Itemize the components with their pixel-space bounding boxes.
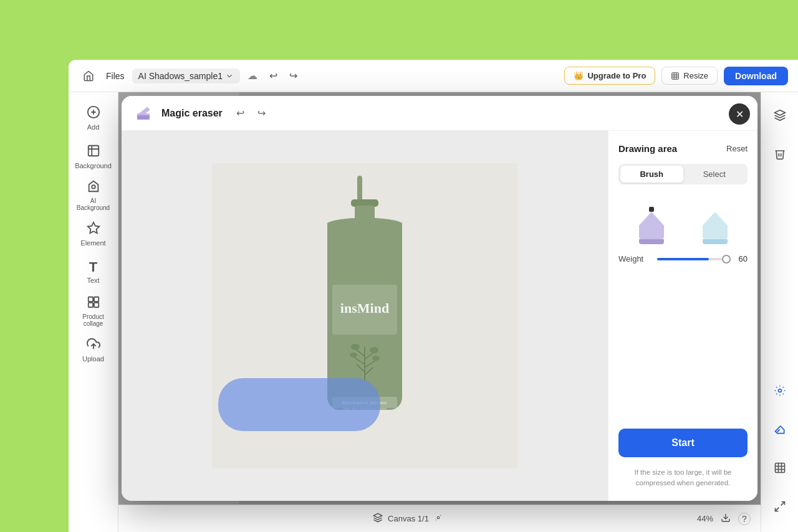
eraser-foot <box>639 239 664 244</box>
eraser-badge-icon <box>134 104 153 123</box>
modal-undo-redo: ↩ ↪ <box>231 104 271 123</box>
background-icon <box>87 144 100 159</box>
upgrade-label: Upgrade to Pro <box>587 71 646 80</box>
svg-rect-22 <box>357 176 362 201</box>
right-tool-layers[interactable] <box>766 100 794 133</box>
weight-label: Weight <box>618 254 651 264</box>
modal-redo-button[interactable]: ↪ <box>252 104 271 123</box>
eraser-top <box>649 207 654 212</box>
layers-icon <box>774 109 786 125</box>
weight-slider[interactable] <box>657 258 726 260</box>
sidebar-item-element[interactable]: Element <box>74 216 113 252</box>
right-tool-expand[interactable] <box>766 491 794 525</box>
weight-slider-thumb <box>722 255 731 264</box>
app-window: Files AI Shadows_sample1 ☁ ↩ ↪ 👑 Upgrade… <box>69 60 798 532</box>
svg-point-5 <box>92 185 95 189</box>
canvas-settings-icon[interactable] <box>434 513 443 524</box>
cloud-icon: ☁ <box>248 70 257 82</box>
element-icon <box>87 221 100 237</box>
undo-button[interactable]: ↩ <box>265 67 282 85</box>
sidebar-element-label: Element <box>80 239 105 247</box>
upload-icon <box>87 337 100 353</box>
text-icon: T <box>89 260 97 274</box>
sidebar-ai-background-label: AI Background <box>74 197 113 211</box>
canvas-label: Canvas 1/1 <box>388 514 429 523</box>
upgrade-button[interactable]: 👑 Upgrade to Pro <box>564 67 655 85</box>
right-tool-magic-eraser[interactable] <box>766 414 794 447</box>
sidebar-upload-label: Upload <box>82 355 104 363</box>
resize-button[interactable]: Resize <box>661 67 718 85</box>
svg-rect-4 <box>88 145 99 156</box>
files-link[interactable]: Files <box>106 71 125 81</box>
magic-eraser-modal: Magic eraser ↩ ↪ ✕ <box>122 96 757 501</box>
weight-value: 60 <box>733 254 748 264</box>
svg-point-18 <box>437 516 440 519</box>
right-tool-ai-filter[interactable] <box>766 452 794 486</box>
svg-rect-21 <box>137 115 150 120</box>
brush-toggle-btn[interactable]: Brush <box>620 166 683 183</box>
drawing-area-title: Drawing area <box>618 143 677 154</box>
layers-bottom-icon[interactable] <box>373 513 383 525</box>
modal-overlay: Magic eraser ↩ ↪ ✕ <box>118 92 761 505</box>
magic-eraser-icon <box>774 423 786 439</box>
select-preview-visual <box>690 201 740 244</box>
sidebar-product-collage-label: Product collage <box>74 313 113 327</box>
svg-point-13 <box>778 389 781 392</box>
tool-previews <box>618 194 748 244</box>
svg-point-36 <box>370 347 378 353</box>
modal-close-button[interactable]: ✕ <box>729 103 750 125</box>
svg-text:insMind: insMind <box>340 300 389 316</box>
select-toggle-btn[interactable]: Select <box>683 166 746 183</box>
project-name-label: AI Shadows_sample1 <box>138 71 223 81</box>
sidebar-add-label: Add <box>87 123 100 131</box>
right-tool-ai-adjust[interactable] <box>766 375 794 409</box>
reset-button[interactable]: Reset <box>726 144 748 153</box>
delete-icon <box>774 148 786 163</box>
help-icon[interactable]: ? <box>738 513 751 525</box>
sidebar-item-text[interactable]: T Text <box>74 254 113 290</box>
top-bar-right: 👑 Upgrade to Pro Resize Download <box>564 67 788 85</box>
right-tool-delete[interactable] <box>766 138 794 172</box>
svg-marker-17 <box>373 513 382 518</box>
svg-rect-7 <box>88 297 92 301</box>
sidebar-item-background[interactable]: Background <box>74 138 113 174</box>
sidebar-item-add[interactable]: Add <box>74 100 113 136</box>
home-button[interactable] <box>79 66 99 86</box>
svg-point-37 <box>350 353 357 358</box>
ai-background-icon <box>87 179 100 195</box>
export-icon[interactable] <box>721 513 731 525</box>
modal-undo-button[interactable]: ↩ <box>231 104 250 123</box>
select-preview <box>687 194 743 244</box>
expand-icon <box>774 500 786 516</box>
sidebar-item-ai-background[interactable]: AI Background <box>74 177 113 213</box>
select-foot <box>703 239 728 244</box>
sidebar-item-product-collage[interactable]: Product collage <box>74 293 113 329</box>
svg-point-38 <box>372 356 380 361</box>
start-button[interactable]: Start <box>618 429 748 457</box>
product-collage-icon <box>87 295 100 311</box>
modal-body: insMind <box>122 131 757 501</box>
project-name-btn[interactable]: AI Shadows_sample1 <box>132 69 240 83</box>
redo-button[interactable]: ↪ <box>285 67 302 85</box>
tool-toggle: Brush Select <box>618 164 748 184</box>
eraser-body-bot <box>639 226 664 239</box>
modal-canvas-area[interactable]: insMind <box>122 131 608 501</box>
sidebar-item-upload[interactable]: Upload <box>74 331 113 368</box>
sidebar-background-label: Background <box>75 162 112 169</box>
svg-marker-6 <box>87 222 99 232</box>
weight-slider-fill <box>657 258 709 260</box>
modal-title: Magic eraser <box>161 108 223 119</box>
modal-right-panel: Drawing area Reset Brush Select <box>608 131 757 501</box>
resize-label: Resize <box>683 71 708 80</box>
bottom-bar-center: Canvas 1/1 <box>128 513 687 525</box>
svg-line-16 <box>775 507 779 511</box>
download-button[interactable]: Download <box>724 67 788 85</box>
svg-rect-9 <box>88 302 92 306</box>
bottom-bar-right: 44% ? <box>697 513 751 525</box>
crown-icon: 👑 <box>574 71 584 80</box>
select-body-top <box>703 212 728 226</box>
svg-line-15 <box>781 501 784 505</box>
undo-redo-group: ↩ ↪ <box>265 67 302 85</box>
svg-rect-0 <box>672 72 679 79</box>
svg-marker-12 <box>774 110 785 115</box>
